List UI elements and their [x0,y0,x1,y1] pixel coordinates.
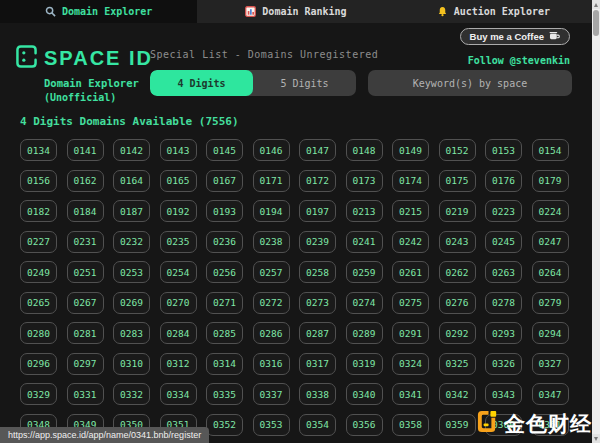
domain-button[interactable]: 0276 [439,292,476,314]
domain-button[interactable]: 0224 [532,200,569,222]
domain-button[interactable]: 0283 [113,322,150,344]
domain-button[interactable]: 0256 [206,261,243,283]
domain-button[interactable]: 0253 [113,261,150,283]
tab-domain-explorer[interactable]: Domain Explorer [0,0,197,23]
domain-button[interactable]: 0143 [160,139,197,161]
domain-button[interactable]: 0238 [253,231,290,253]
domain-button[interactable]: 0147 [299,139,336,161]
domain-button[interactable]: 0142 [113,139,150,161]
tab-auction-explorer[interactable]: Auction Explorer [395,0,592,23]
domain-button[interactable]: 0294 [532,322,569,344]
domain-button[interactable]: 0289 [346,322,383,344]
domain-button[interactable]: 0332 [113,383,150,405]
domain-button[interactable]: 0223 [485,200,522,222]
domain-button[interactable]: 0273 [299,292,336,314]
domain-button[interactable]: 0261 [392,261,429,283]
domain-button[interactable]: 0340 [346,383,383,405]
domain-button[interactable]: 0152 [439,139,476,161]
domain-button[interactable]: 0262 [439,261,476,283]
tab-4-digits[interactable]: 4 Digits [150,70,253,96]
domain-button[interactable]: 0358 [392,414,429,436]
domain-button[interactable]: 0197 [299,200,336,222]
domain-button[interactable]: 0271 [206,292,243,314]
domain-button[interactable]: 0153 [485,139,522,161]
domain-button[interactable]: 0259 [346,261,383,283]
domain-button[interactable]: 0279 [532,292,569,314]
domain-button[interactable]: 0247 [532,231,569,253]
domain-button[interactable]: 0179 [532,170,569,192]
domain-button[interactable]: 0146 [253,139,290,161]
domain-button[interactable]: 0297 [67,353,104,375]
domain-button[interactable]: 0342 [439,383,476,405]
follow-link[interactable]: Follow @stevenkin [460,55,570,66]
domain-button[interactable]: 0194 [253,200,290,222]
domain-button[interactable]: 0296 [20,353,57,375]
buy-coffee-button[interactable]: Buy me a Coffee [460,28,570,45]
domain-button[interactable]: 0319 [346,353,383,375]
domain-button[interactable]: 0335 [206,383,243,405]
domain-button[interactable]: 0165 [160,170,197,192]
domain-button[interactable]: 0356 [346,414,383,436]
domain-button[interactable]: 0249 [20,261,57,283]
domain-button[interactable]: 0331 [67,383,104,405]
domain-button[interactable]: 0176 [485,170,522,192]
domain-button[interactable]: 0193 [206,200,243,222]
domain-button[interactable]: 0134 [20,139,57,161]
domain-button[interactable]: 0275 [392,292,429,314]
domain-button[interactable]: 0291 [392,322,429,344]
domain-button[interactable]: 0245 [485,231,522,253]
domain-button[interactable]: 0182 [20,200,57,222]
domain-button[interactable]: 0174 [392,170,429,192]
domain-button[interactable]: 0258 [299,261,336,283]
tab-5-digits[interactable]: 5 Digits [253,70,356,96]
domain-button[interactable]: 0327 [532,353,569,375]
domain-button[interactable]: 0285 [206,322,243,344]
domain-button[interactable]: 0325 [439,353,476,375]
domain-button[interactable]: 0232 [113,231,150,253]
domain-button[interactable]: 0141 [67,139,104,161]
domain-button[interactable]: 0312 [160,353,197,375]
domain-button[interactable]: 0172 [299,170,336,192]
domain-button[interactable]: 0352 [206,414,243,436]
domain-button[interactable]: 0184 [67,200,104,222]
tab-keyword-by-space[interactable]: Keyword(s) by space [368,70,572,96]
domain-button[interactable]: 0270 [160,292,197,314]
domain-button[interactable]: 0219 [439,200,476,222]
domain-button[interactable]: 0239 [299,231,336,253]
domain-button[interactable]: 0254 [160,261,197,283]
domain-button[interactable]: 0284 [160,322,197,344]
domain-button[interactable]: 0326 [485,353,522,375]
domain-button[interactable]: 0264 [532,261,569,283]
domain-button[interactable]: 0167 [206,170,243,192]
domain-button[interactable]: 0292 [439,322,476,344]
domain-button[interactable]: 0263 [485,261,522,283]
domain-button[interactable]: 0164 [113,170,150,192]
domain-button[interactable]: 0257 [253,261,290,283]
domain-button[interactable]: 0231 [67,231,104,253]
domain-button[interactable]: 0156 [20,170,57,192]
domain-button[interactable]: 0274 [346,292,383,314]
scrollbar-thumb[interactable] [593,10,599,36]
domain-button[interactable]: 0265 [20,292,57,314]
domain-button[interactable]: 0341 [392,383,429,405]
domain-button[interactable]: 0154 [532,139,569,161]
domain-button[interactable]: 0243 [439,231,476,253]
tab-domain-ranking[interactable]: Domain Ranking [197,0,394,23]
domain-button[interactable]: 0281 [67,322,104,344]
domain-button[interactable]: 0334 [160,383,197,405]
domain-button[interactable]: 0171 [253,170,290,192]
domain-button[interactable]: 0251 [67,261,104,283]
domain-button[interactable]: 0267 [67,292,104,314]
domain-button[interactable]: 0173 [346,170,383,192]
domain-button[interactable]: 0241 [346,231,383,253]
domain-button[interactable]: 0149 [392,139,429,161]
domain-button[interactable]: 0353 [253,414,290,436]
domain-button[interactable]: 0287 [299,322,336,344]
domain-button[interactable]: 0338 [299,383,336,405]
domain-button[interactable]: 0215 [392,200,429,222]
vertical-scrollbar[interactable] [592,0,600,443]
domain-button[interactable]: 0187 [113,200,150,222]
domain-button[interactable]: 0145 [206,139,243,161]
domain-button[interactable]: 0354 [299,414,336,436]
domain-button[interactable]: 0329 [20,383,57,405]
